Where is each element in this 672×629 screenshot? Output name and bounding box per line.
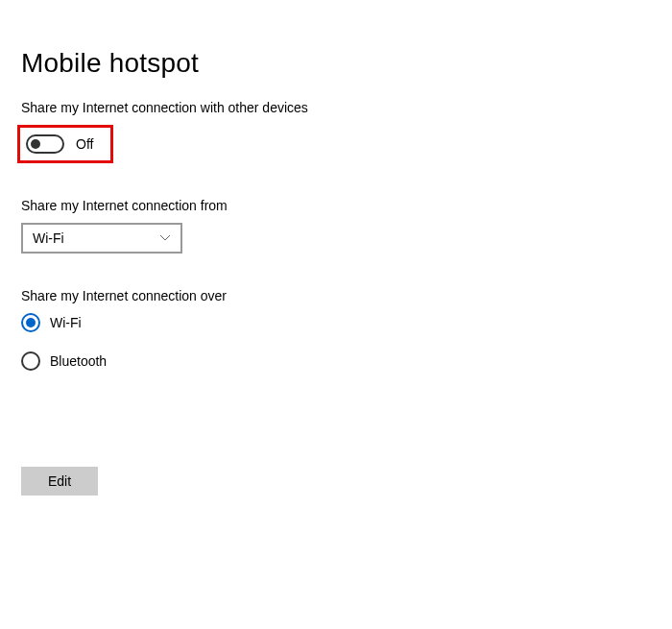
share-over-radio-group: Wi-Fi Bluetooth	[21, 313, 651, 371]
chevron-down-icon	[159, 232, 171, 244]
radio-dot	[26, 318, 36, 327]
page-title: Mobile hotspot	[21, 48, 651, 79]
dropdown-selected-value: Wi-Fi	[33, 230, 64, 246]
radio-label: Wi-Fi	[50, 315, 82, 330]
radio-circle-icon	[21, 351, 40, 371]
edit-button[interactable]: Edit	[21, 467, 98, 496]
toggle-knob	[31, 139, 40, 149]
highlight-annotation: Off	[17, 125, 113, 163]
share-from-dropdown[interactable]: Wi-Fi	[21, 223, 182, 254]
radio-label: Bluetooth	[50, 353, 107, 369]
share-from-label: Share my Internet connection from	[21, 198, 651, 213]
radio-circle-icon	[21, 313, 40, 332]
share-over-label: Share my Internet connection over	[21, 288, 651, 303]
share-connection-label: Share my Internet connection with other …	[21, 100, 651, 115]
radio-option-wifi[interactable]: Wi-Fi	[21, 313, 651, 332]
toggle-state-label: Off	[76, 136, 93, 152]
hotspot-toggle[interactable]	[26, 134, 64, 154]
radio-option-bluetooth[interactable]: Bluetooth	[21, 351, 651, 371]
